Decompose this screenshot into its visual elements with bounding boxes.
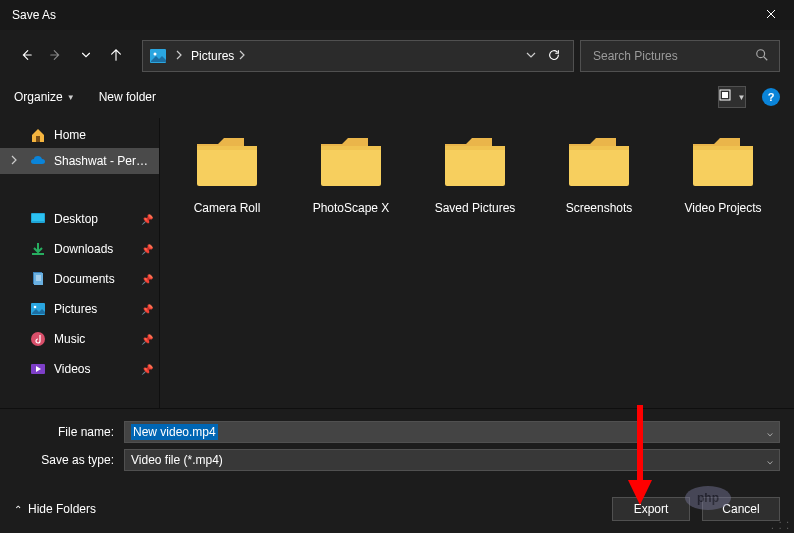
- folder-label: Saved Pictures: [435, 201, 516, 215]
- svg-rect-19: [693, 146, 753, 186]
- hide-folders-label: Hide Folders: [28, 502, 96, 516]
- folder-icon: [566, 136, 632, 191]
- svg-rect-17: [445, 146, 505, 186]
- nav-label: Documents: [54, 272, 133, 286]
- forward-button[interactable]: [44, 44, 68, 68]
- home-icon: [30, 127, 46, 143]
- resize-grip[interactable]: . .. . .: [771, 517, 790, 529]
- downloads-icon: [30, 241, 46, 257]
- chevron-down-icon[interactable]: ⌵: [767, 427, 773, 438]
- up-button[interactable]: [104, 44, 128, 68]
- chevron-down-icon: ▼: [738, 93, 746, 102]
- pictures-icon: [30, 301, 46, 317]
- address-bar[interactable]: Pictures: [142, 40, 574, 72]
- svg-rect-4: [722, 92, 728, 98]
- nav-home[interactable]: Home: [0, 122, 159, 148]
- chevron-down-icon[interactable]: [525, 49, 537, 63]
- folder-item[interactable]: Saved Pictures: [428, 136, 522, 215]
- documents-icon: [30, 271, 46, 287]
- nav-downloads[interactable]: Downloads 📌: [0, 234, 159, 264]
- folder-item[interactable]: Camera Roll: [180, 136, 274, 215]
- new-folder-label: New folder: [99, 90, 156, 104]
- music-icon: [30, 331, 46, 347]
- nav-label: Desktop: [54, 212, 133, 226]
- svg-rect-5: [36, 136, 40, 142]
- svg-rect-7: [32, 214, 44, 221]
- help-icon: ?: [768, 91, 775, 103]
- chevron-right-icon: [10, 155, 18, 167]
- close-button[interactable]: [748, 0, 794, 30]
- pictures-location-icon: [149, 47, 167, 65]
- pin-icon: 📌: [141, 214, 153, 225]
- cancel-label: Cancel: [722, 502, 759, 516]
- main-area: Home Shashwat - Personal Desktop 📌: [0, 118, 794, 408]
- nav-music[interactable]: Music 📌: [0, 324, 159, 354]
- close-icon: [766, 8, 776, 22]
- filename-value: New video.mp4: [131, 424, 218, 440]
- nav-onedrive[interactable]: Shashwat - Personal: [0, 148, 159, 174]
- breadcrumb[interactable]: Pictures: [191, 49, 511, 63]
- folder-item[interactable]: Video Projects: [676, 136, 770, 215]
- folder-content[interactable]: Camera Roll PhotoScape X Saved Pictures …: [160, 118, 794, 408]
- chevron-right-icon: [238, 49, 246, 63]
- chevron-down-icon[interactable]: ⌵: [767, 455, 773, 466]
- svg-point-1: [154, 53, 157, 56]
- arrow-up-icon: [109, 48, 123, 65]
- breadcrumb-segment[interactable]: Pictures: [191, 49, 234, 63]
- folder-item[interactable]: PhotoScape X: [304, 136, 398, 215]
- nav-label: Videos: [54, 362, 133, 376]
- navigation-pane: Home Shashwat - Personal Desktop 📌: [0, 118, 160, 408]
- export-button[interactable]: Export: [612, 497, 690, 521]
- svg-point-12: [34, 306, 37, 309]
- svg-rect-10: [34, 273, 43, 285]
- svg-rect-15: [197, 146, 257, 186]
- organize-menu[interactable]: Organize ▼: [14, 90, 75, 104]
- pin-icon: 📌: [141, 304, 153, 315]
- arrow-right-icon: [49, 48, 63, 65]
- folder-label: Camera Roll: [194, 201, 261, 215]
- svg-rect-8: [32, 253, 44, 255]
- organize-label: Organize: [14, 90, 63, 104]
- back-button[interactable]: [14, 44, 38, 68]
- nav-documents[interactable]: Documents 📌: [0, 264, 159, 294]
- nav-pictures[interactable]: Pictures 📌: [0, 294, 159, 324]
- hide-folders-button[interactable]: ⌃ Hide Folders: [14, 502, 96, 516]
- onedrive-icon: [30, 153, 46, 169]
- nav-label: Pictures: [54, 302, 133, 316]
- folder-label: Screenshots: [566, 201, 633, 215]
- nav-label: Downloads: [54, 242, 133, 256]
- videos-icon: [30, 361, 46, 377]
- search-box[interactable]: [580, 40, 780, 72]
- window-title: Save As: [12, 8, 56, 22]
- folder-icon: [442, 136, 508, 191]
- recent-button[interactable]: [74, 44, 98, 68]
- filename-label: File name:: [14, 425, 124, 439]
- new-folder-button[interactable]: New folder: [99, 90, 156, 104]
- nav-label: Music: [54, 332, 133, 346]
- save-type-field[interactable]: Video file (*.mp4) ⌵: [124, 449, 780, 471]
- filename-field[interactable]: New video.mp4 ⌵: [124, 421, 780, 443]
- export-label: Export: [634, 502, 669, 516]
- nav-label: Shashwat - Personal: [54, 154, 153, 168]
- form-area: File name: New video.mp4 ⌵ Save as type:…: [0, 408, 794, 479]
- folder-item[interactable]: Screenshots: [552, 136, 646, 215]
- cancel-button[interactable]: Cancel: [702, 497, 780, 521]
- help-button[interactable]: ?: [762, 88, 780, 106]
- folder-label: Video Projects: [684, 201, 761, 215]
- chevron-down-icon: [79, 48, 93, 65]
- pin-icon: 📌: [141, 364, 153, 375]
- pin-icon: 📌: [141, 274, 153, 285]
- nav-videos[interactable]: Videos 📌: [0, 354, 159, 384]
- titlebar: Save As: [0, 0, 794, 30]
- arrow-left-icon: [19, 48, 33, 65]
- view-icon: [719, 89, 735, 106]
- nav-desktop[interactable]: Desktop 📌: [0, 204, 159, 234]
- refresh-button[interactable]: [547, 48, 561, 65]
- folder-label: PhotoScape X: [313, 201, 390, 215]
- chevron-up-icon: ⌃: [14, 504, 22, 515]
- folder-icon: [318, 136, 384, 191]
- search-input[interactable]: [591, 48, 755, 64]
- view-button[interactable]: ▼: [718, 86, 746, 108]
- svg-rect-18: [569, 146, 629, 186]
- folder-icon: [194, 136, 260, 191]
